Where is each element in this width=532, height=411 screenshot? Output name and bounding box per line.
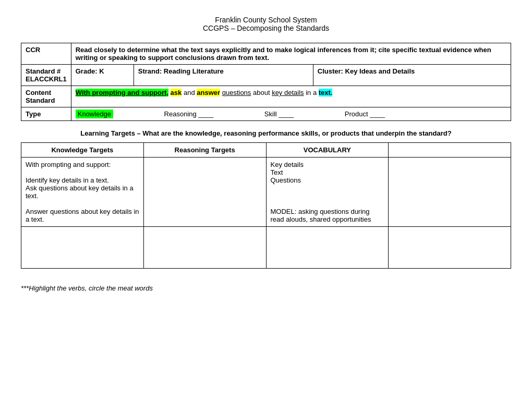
targets-table: Knowledge Targets Reasoning Targets VOCA… <box>21 142 511 269</box>
reasoning-text: Reasoning ____ <box>164 110 214 118</box>
knowledge-item-3: Ask questions about key details in a tex… <box>26 184 139 200</box>
knowledge-item-1: With prompting and support: <box>26 161 139 168</box>
knowledge-badge: Knowledge <box>76 110 113 118</box>
strand: Strand: Reading Literature <box>134 65 313 86</box>
vocab-item-2: Text <box>271 168 384 176</box>
reasoning-targets-cell <box>143 158 266 227</box>
targets-header-row: Knowledge Targets Reasoning Targets VOCA… <box>21 143 511 158</box>
empty-reasoning <box>143 227 266 269</box>
col-reasoning-targets: Reasoning Targets <box>143 143 266 158</box>
targets-body-row: With prompting and support: Identify key… <box>21 158 511 227</box>
col-knowledge-targets: Knowledge Targets <box>21 143 144 158</box>
type-row: Type Knowledge Reasoning ____ Skill ____… <box>21 107 511 121</box>
col-empty <box>389 143 511 158</box>
content-in-a: in a <box>306 89 319 96</box>
learning-targets-header: Learning Targets – What are the knowledg… <box>21 129 511 137</box>
empty-cell <box>389 158 511 227</box>
standard-number: Standard # ELACCKRL1 <box>21 65 71 86</box>
knowledge-item-4: Answer questions about key details in a … <box>26 208 139 223</box>
page-title-2: CCGPS – Decomposing the Standards <box>21 24 511 32</box>
standard-row: Standard # ELACCKRL1 Grade: K Strand: Re… <box>21 65 511 86</box>
empty-col4 <box>389 227 511 269</box>
cluster: Cluster: Key Ideas and Details <box>313 65 511 86</box>
content-answer: answer <box>197 89 220 96</box>
content-standard-label: ContentStandard <box>21 86 71 107</box>
knowledge-item-2: Identify key details in a text. <box>26 176 139 184</box>
content-highlight-green: With prompting and support, <box>76 89 168 96</box>
content-and: and <box>184 89 197 96</box>
content-text-cyan: text. <box>319 89 333 96</box>
vocab-item-4: MODEL: asking questions during read alou… <box>271 208 384 223</box>
vocab-item-1: Key details <box>271 161 384 168</box>
content-standard-text: With prompting and support, ask and answ… <box>71 86 511 107</box>
type-label: Type <box>21 107 71 121</box>
content-about: about <box>253 89 272 96</box>
page-title-1: Franklin County School System <box>21 16 511 24</box>
skill-text: Skill ____ <box>264 110 294 118</box>
vocabulary-cell: Key details Text Questions MODEL: asking… <box>266 158 389 227</box>
targets-empty-row <box>21 227 511 269</box>
content-key-details: key details <box>272 89 304 96</box>
empty-knowledge <box>21 227 144 269</box>
grade: Grade: K <box>71 65 134 86</box>
content-standard-row: ContentStandard With prompting and suppo… <box>21 86 511 107</box>
col-vocabulary: VOCABULARY <box>266 143 389 158</box>
type-content: Knowledge Reasoning ____ Skill ____ Prod… <box>71 107 511 121</box>
page-header: Franklin County School System CCGPS – De… <box>21 16 511 32</box>
product-text: Product ____ <box>345 110 385 118</box>
ccr-row: CCR Read closely to determine what the t… <box>21 43 511 65</box>
ccr-text: Read closely to determine what the text … <box>71 43 511 65</box>
vocab-item-3: Questions <box>271 176 384 184</box>
empty-vocab <box>266 227 389 269</box>
ccr-label: CCR <box>21 43 71 65</box>
standards-table: CCR Read closely to determine what the t… <box>21 43 511 121</box>
knowledge-targets-cell: With prompting and support: Identify key… <box>21 158 144 227</box>
footer-note: ***Highlight the verbs, circle the meat … <box>21 284 511 292</box>
content-questions: questions <box>222 89 251 96</box>
content-ask: ask <box>171 89 182 96</box>
